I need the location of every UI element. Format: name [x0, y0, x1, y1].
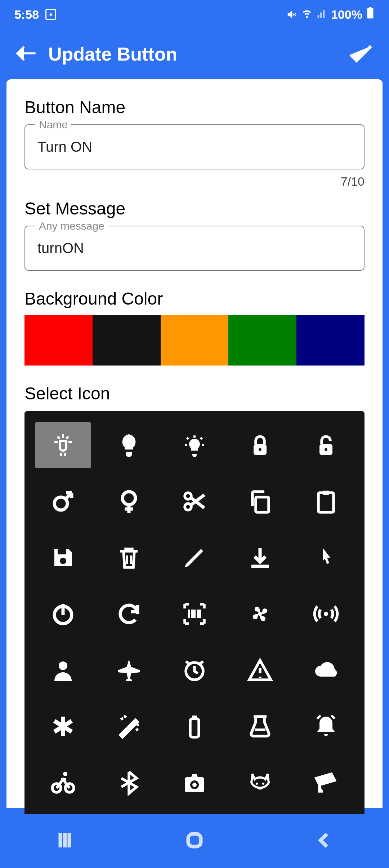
bicycle-icon[interactable] [35, 760, 91, 806]
back-arrow-icon[interactable] [14, 42, 37, 66]
status-app-icon: ● [45, 9, 56, 20]
svg-point-25 [63, 772, 67, 776]
bluetooth-icon[interactable] [101, 760, 156, 806]
pencil-icon[interactable] [167, 535, 222, 581]
status-battery-text: 100% [331, 8, 362, 22]
background-color-label: Background Color [24, 289, 365, 309]
status-wifi-icon [301, 7, 313, 22]
color-swatch-1[interactable] [93, 315, 161, 366]
system-nav-bar [0, 814, 389, 868]
pointer-icon[interactable] [298, 535, 354, 581]
set-message-label: Set Message [24, 199, 365, 218]
nav-home-icon[interactable] [184, 829, 205, 852]
svg-rect-11 [256, 497, 269, 512]
nav-back-icon[interactable] [313, 829, 335, 852]
svg-point-4 [259, 448, 261, 451]
cctv-icon[interactable] [298, 760, 354, 806]
person-icon[interactable] [35, 647, 91, 693]
save-icon[interactable] [35, 535, 91, 581]
download-icon[interactable] [232, 535, 288, 581]
refresh-icon[interactable] [101, 591, 156, 637]
svg-point-19 [59, 661, 67, 670]
lock-icon[interactable] [232, 422, 288, 468]
svg-point-29 [256, 783, 258, 785]
airplane-icon[interactable] [101, 647, 156, 693]
svg-rect-43 [188, 834, 201, 847]
status-battery-icon [366, 7, 375, 22]
svg-point-8 [122, 492, 135, 505]
app-bar: Update Button [0, 29, 389, 79]
svg-point-15 [60, 558, 66, 564]
male-icon[interactable] [35, 478, 91, 524]
lightbulb-on-icon[interactable] [167, 422, 222, 468]
icon-grid [24, 411, 365, 868]
color-row [24, 315, 365, 366]
color-swatch-4[interactable] [296, 315, 365, 366]
fan-icon[interactable] [232, 591, 288, 637]
female-icon[interactable] [101, 478, 156, 524]
copy-icon[interactable] [232, 478, 288, 524]
svg-rect-1 [369, 7, 372, 8]
color-swatch-2[interactable] [161, 315, 229, 366]
name-float-label: Name [35, 119, 71, 131]
svg-point-30 [262, 783, 264, 785]
confirm-check-icon[interactable] [346, 39, 375, 69]
svg-rect-0 [367, 8, 374, 18]
form-card: Button Name Name 7/10 Set Message Any me… [6, 79, 383, 808]
select-icon-label: Select Icon [24, 384, 365, 403]
svg-point-28 [192, 783, 197, 787]
svg-rect-22 [192, 716, 197, 719]
svg-point-6 [325, 448, 327, 451]
svg-rect-21 [190, 719, 199, 737]
scissors-icon[interactable] [167, 478, 222, 524]
camera-icon[interactable] [167, 760, 222, 806]
unlock-icon[interactable] [298, 422, 354, 468]
status-bar: 5:58 ● 100% [0, 0, 389, 29]
trash-icon[interactable] [101, 535, 156, 581]
message-input[interactable] [25, 226, 364, 270]
name-input[interactable] [25, 125, 364, 169]
beaker-icon[interactable] [232, 703, 288, 749]
led-plug-icon[interactable] [35, 422, 91, 468]
page-title: Update Button [48, 43, 346, 65]
svg-rect-14 [58, 549, 66, 554]
barcode-scan-icon[interactable] [167, 591, 222, 637]
svg-rect-12 [318, 493, 334, 512]
status-mute-icon [286, 9, 297, 20]
status-time: 5:58 [14, 8, 39, 22]
lightbulb-icon[interactable] [101, 422, 156, 468]
button-name-label: Button Name [24, 97, 365, 117]
bell-icon[interactable] [298, 703, 354, 749]
message-float-label: Any message [35, 220, 108, 232]
asterisk-icon[interactable] [35, 703, 91, 749]
svg-point-17 [258, 612, 262, 616]
status-signal-icon [317, 8, 327, 22]
name-field-wrap: Name [24, 124, 365, 169]
color-swatch-0[interactable] [24, 315, 93, 366]
battery-icon[interactable] [167, 703, 222, 749]
cat-icon[interactable] [232, 760, 288, 806]
warning-icon[interactable] [232, 647, 288, 693]
power-icon[interactable] [35, 591, 91, 637]
svg-point-18 [324, 612, 328, 616]
clipboard-icon[interactable] [298, 478, 354, 524]
alarm-icon[interactable] [167, 647, 222, 693]
name-char-counter: 7/10 [24, 174, 365, 189]
nav-recents-icon[interactable] [54, 829, 76, 852]
svg-rect-13 [323, 491, 329, 495]
magic-wand-icon[interactable] [101, 703, 156, 749]
cloud-icon[interactable] [298, 647, 354, 693]
message-field-wrap: Any message [24, 226, 365, 271]
color-swatch-3[interactable] [228, 315, 296, 366]
broadcast-icon[interactable] [298, 591, 354, 637]
